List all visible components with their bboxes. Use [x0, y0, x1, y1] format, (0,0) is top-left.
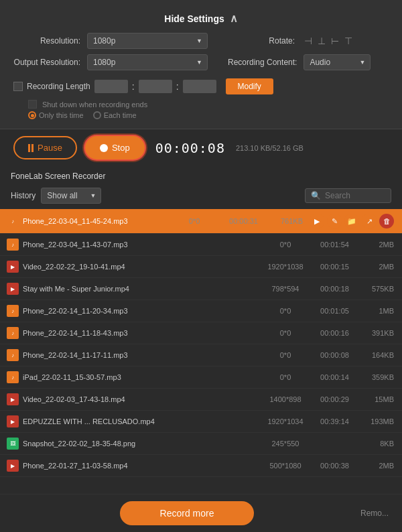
folder-button[interactable]: 📁 — [344, 214, 359, 228]
radio-group: Only this time Each time — [28, 111, 389, 119]
play-button[interactable]: ▶ — [310, 214, 324, 228]
resolution-select-wrapper: 1080p — [87, 33, 208, 49]
stop-button[interactable]: Stop — [85, 136, 145, 159]
file-duration: 00:00:14 — [313, 373, 356, 381]
bandwidth-display: 213.10 KB/52.16 GB — [236, 144, 304, 152]
output-resolution-select-wrapper: 1080p — [87, 54, 208, 70]
file-thumb: ▶ — [7, 283, 19, 295]
file-row[interactable]: 🖼 Snapshot_22-02-02_18-35-48.png 245*550… — [0, 433, 402, 455]
shutdown-label: Shut down when recording ends — [42, 101, 147, 109]
edit-button[interactable]: ✎ — [327, 214, 342, 228]
file-resolution: 1920*1034 — [262, 417, 309, 425]
recording-content-select[interactable]: Audio — [304, 54, 371, 70]
search-input[interactable] — [325, 191, 385, 200]
file-row[interactable]: ♪ Phone_22-03-04_11-45-24.mp3 0*0 00:00:… — [0, 209, 402, 234]
app-title: FoneLab Screen Recorder — [0, 166, 402, 184]
remove-link[interactable]: Remo... — [360, 509, 389, 518]
stop-label: Stop — [112, 143, 130, 153]
each-time-label: Each time — [104, 111, 137, 119]
history-panel: FoneLab Screen Recorder History Show all… — [0, 166, 402, 477]
rotate-icons-group: ⊣ ⊥ ⊢ ⊤ — [304, 36, 352, 46]
file-row[interactable]: ♪ Phone_22-02-14_11-20-34.mp3 0*0 00:01:… — [0, 300, 402, 322]
file-thumb: 🖼 — [7, 438, 19, 450]
time-sep-1: : — [132, 81, 135, 92]
file-size: 2MB — [360, 241, 394, 249]
file-duration: 00:00:16 — [313, 329, 356, 337]
resolution-select[interactable]: 1080p — [87, 33, 208, 49]
history-filter-select[interactable]: Show all — [41, 188, 101, 204]
file-duration: 00:00:38 — [313, 462, 356, 470]
file-row[interactable]: ♪ Phone_22-02-14_11-17-11.mp3 0*0 00:00:… — [0, 344, 402, 367]
file-duration: 00:39:14 — [313, 417, 356, 425]
record-more-button[interactable]: Record more — [120, 501, 255, 525]
search-box: 🔍 — [305, 188, 391, 203]
file-name: Phone_22-02-14_11-18-43.mp3 — [23, 329, 258, 337]
file-duration: 00:00:29 — [313, 395, 356, 403]
file-list: ♪ Phone_22-03-04_11-45-24.mp3 0*0 00:00:… — [0, 209, 402, 477]
timer-display: 00:00:08 — [155, 140, 225, 156]
file-row[interactable]: ♪ Phone_22-02-14_11-18-43.mp3 0*0 00:00:… — [0, 322, 402, 344]
time-seconds-input[interactable]: 00 — [183, 80, 216, 93]
time-minutes-input[interactable]: 03 — [139, 80, 172, 93]
file-size: 164KB — [360, 351, 394, 359]
only-this-time-radio[interactable] — [28, 111, 36, 119]
file-row[interactable]: ▶ Video_22-02-22_19-10-41.mp4 1920*1038 … — [0, 256, 402, 278]
file-row[interactable]: ♪ Phone_22-03-04_11-43-07.mp3 0*0 00:01:… — [0, 234, 402, 256]
file-row[interactable]: ▶ Phone_22-01-27_11-03-58.mp4 500*1080 0… — [0, 455, 402, 477]
rotate-icon-4[interactable]: ⊤ — [344, 36, 352, 46]
file-resolution: 798*594 — [262, 285, 309, 293]
file-row[interactable]: ▶ EDPUZZLE WITH ... RECLUSADO.mp4 1920*1… — [0, 411, 402, 433]
recording-content-label: Recording Content: — [228, 58, 297, 67]
file-row[interactable]: ♪ iPad_22-02-11_15-30-57.mp3 0*0 00:00:1… — [0, 367, 402, 389]
rotate-icon-3[interactable]: ⊢ — [331, 36, 339, 46]
file-thumb: ♪ — [7, 215, 19, 227]
time-hours-input[interactable]: 00 — [94, 80, 128, 93]
file-resolution: 0*0 — [262, 373, 309, 381]
file-name: Video_22-02-03_17-43-18.mp4 — [23, 395, 258, 403]
file-size: 2MB — [360, 462, 394, 470]
file-duration: 00:00:15 — [313, 263, 356, 271]
settings-header[interactable]: Hide Settings ∧ — [13, 7, 389, 33]
pause-icon — [28, 144, 34, 152]
hide-settings-label: Hide Settings — [164, 13, 224, 24]
file-size: 15MB — [360, 395, 394, 403]
file-resolution: 500*1080 — [262, 462, 309, 470]
recording-length-checkbox[interactable] — [13, 82, 23, 91]
file-thumb: ♪ — [7, 371, 19, 383]
rotate-icon-1[interactable]: ⊣ — [304, 36, 312, 46]
file-resolution: 245*550 — [262, 440, 309, 448]
history-label: History — [11, 191, 36, 200]
file-size: 761KB — [269, 217, 303, 225]
file-row[interactable]: ▶ Video_22-02-03_17-43-18.mp4 1400*898 0… — [0, 389, 402, 411]
delete-button[interactable]: 🗑 — [379, 214, 394, 228]
only-this-time-label: Only this time — [39, 111, 84, 119]
rotate-icon-2[interactable]: ⊥ — [318, 36, 326, 46]
file-resolution: 1400*898 — [262, 395, 309, 403]
share-button[interactable]: ↗ — [362, 214, 377, 228]
file-name: iPad_22-02-11_15-30-57.mp3 — [23, 373, 258, 381]
file-size: 1MB — [360, 307, 394, 315]
each-time-radio[interactable] — [93, 111, 101, 119]
shutdown-checkbox[interactable] — [28, 100, 37, 109]
file-resolution: 0*0 — [262, 351, 309, 359]
file-row[interactable]: ▶ Stay with Me - Super Junior.mp4 798*59… — [0, 278, 402, 300]
modify-button[interactable]: Modify — [226, 78, 273, 94]
output-resolution-select[interactable]: 1080p — [87, 54, 208, 70]
file-duration: 00:01:54 — [313, 241, 356, 249]
file-resolution: 0*0 — [262, 307, 309, 315]
file-duration: 00:00:18 — [313, 285, 356, 293]
file-size: 359KB — [360, 373, 394, 381]
file-size: 8KB — [360, 440, 394, 448]
file-name: Snapshot_22-02-02_18-35-48.png — [23, 440, 258, 448]
file-name: Phone_22-01-27_11-03-58.mp4 — [23, 462, 258, 470]
file-thumb: ♪ — [7, 349, 19, 361]
file-name: Phone_22-02-14_11-17-11.mp3 — [23, 351, 258, 359]
file-thumb: ▶ — [7, 415, 19, 427]
settings-panel: Hide Settings ∧ Resolution: 1080p Rotate… — [0, 0, 402, 129]
time-sep-2: : — [176, 81, 179, 92]
file-size: 391KB — [360, 329, 394, 337]
only-this-time-option[interactable]: Only this time — [28, 111, 84, 119]
each-time-option[interactable]: Each time — [93, 111, 137, 119]
pause-button[interactable]: Pause — [13, 136, 77, 159]
file-thumb: ▶ — [7, 460, 19, 472]
